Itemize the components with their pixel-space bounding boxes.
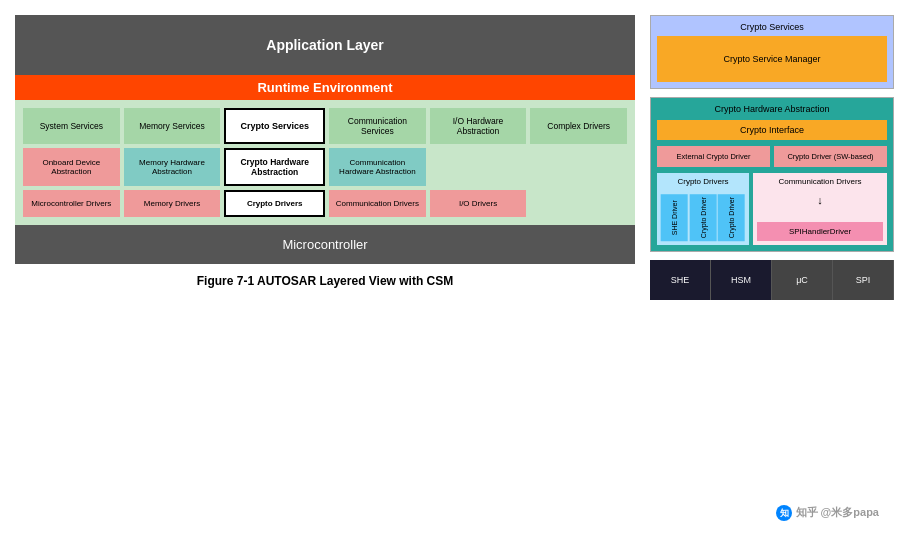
comm-drivers-right-title: Communication Drivers [757,177,883,186]
io-drivers: I/O Drivers [430,190,527,217]
crypto-services: Crypto Services [224,108,325,144]
crypto-driver-sw: Crypto Driver (SW-based) [774,146,887,167]
app-layer-label: Application Layer [266,37,383,53]
arrow-down: ↓ [757,194,883,206]
crypto-driver-1-label: Crypto Driver [700,197,707,238]
crypto-drivers-label: Crypto Drivers [247,199,303,208]
system-services-label: System Services [40,121,103,131]
onboard-label: Onboard Device Abstraction [26,158,117,176]
external-crypto-label: External Crypto Driver [677,152,751,161]
spi-handler: SPIHandlerDriver [757,222,883,241]
right-diagram: Crypto Services Crypto Service Manager C… [650,15,894,300]
sub-empty-2 [530,148,627,186]
hw-uc-label: μC [796,275,808,285]
watermark-text: 知乎 @米多papa [796,506,879,518]
memory-hw-label: Memory Hardware Abstraction [127,158,218,176]
rte-bar: Runtime Environment [15,75,635,100]
crypto-hw-label: Crypto Hardware Abstraction [229,157,320,177]
zhihu-logo: 知 [776,505,792,521]
crypto-drivers: Crypto Drivers [224,190,325,217]
crypto-drivers-col: Crypto Drivers SHE Driver Crypto Driver … [657,173,749,245]
crypto-driver-2-label: Crypto Driver [728,197,735,238]
drivers-row: Microcontroller Drivers Memory Drivers C… [23,190,627,217]
crypto-driver-1: Crypto Driver [690,194,717,241]
io-hw-label: I/O Hardware Abstraction [433,116,524,136]
crypto-services-block: Crypto Services Crypto Service Manager [650,15,894,89]
comm-hw-label: Communication Hardware Abstraction [332,158,423,176]
caption-text: Figure 7-1 AUTOSAR Layered View with CSM [197,274,454,288]
hw-hsm-label: HSM [731,275,751,285]
crypto-service-manager: Crypto Service Manager [657,36,887,82]
io-hw-abstraction: I/O Hardware Abstraction [430,108,527,144]
watermark: 知 知乎 @米多papa [776,505,879,521]
driver-empty [530,190,627,217]
hw-she: SHE [650,260,711,300]
crypto-driver-items: SHE Driver Crypto Driver Crypto Driver [661,194,745,241]
sub-empty-1 [430,148,527,186]
memory-drivers: Memory Drivers [124,190,221,217]
microcontroller-drivers-label: Microcontroller Drivers [31,199,111,208]
crypto-drivers-right-label: Crypto Drivers [677,177,728,186]
crypto-driver-2: Crypto Driver [718,194,745,241]
system-services: System Services [23,108,120,144]
memory-services-label: Memory Services [139,121,205,131]
she-driver: SHE Driver [661,194,688,241]
microcontroller-label: Microcontroller [282,237,367,252]
crypto-hw-abstraction: Crypto Hardware Abstraction [224,148,325,186]
crypto-service-manager-label: Crypto Service Manager [723,54,820,64]
spi-handler-label: SPIHandlerDriver [789,227,851,236]
bottom-hw-row: SHE HSM μC SPI [650,260,894,300]
services-outer: System Services Memory Services Crypto S… [15,100,635,225]
main-container: Application Layer Runtime Environment Sy… [0,0,909,315]
crypto-interface: Crypto Interface [657,120,887,140]
crypto-drivers-right-title: Crypto Drivers [661,177,745,186]
communication-drivers: Communication Drivers [329,190,426,217]
services-top-row: System Services Memory Services Crypto S… [23,108,627,144]
communication-drivers-label: Communication Drivers [336,199,419,208]
microcontroller-bar: Microcontroller [15,225,635,264]
crypto-hw-title-label: Crypto Hardware Abstraction [714,104,829,114]
hw-driver-row: External Crypto Driver Crypto Driver (SW… [657,146,887,167]
onboard-device: Onboard Device Abstraction [23,148,120,186]
communication-services: Communication Services [329,108,426,144]
lower-drivers-row: Crypto Drivers SHE Driver Crypto Driver … [657,173,887,245]
hw-spi: SPI [833,260,894,300]
crypto-services-right-title: Crypto Services [740,22,804,32]
complex-drivers: Complex Drivers [530,108,627,144]
hw-she-label: SHE [671,275,690,285]
memory-services: Memory Services [124,108,221,144]
hw-spi-label: SPI [856,275,871,285]
microcontroller-drivers: Microcontroller Drivers [23,190,120,217]
external-crypto-driver: External Crypto Driver [657,146,770,167]
hw-uc: μC [772,260,833,300]
memory-drivers-label: Memory Drivers [144,199,200,208]
rte-label: Runtime Environment [257,80,392,95]
complex-drivers-label: Complex Drivers [547,121,610,131]
app-layer: Application Layer [15,15,635,75]
comm-drivers-right-label: Communication Drivers [778,177,861,186]
comm-drivers-col: Communication Drivers ↓ SPIHandlerDriver [753,173,887,245]
crypto-services-label: Crypto Services [240,121,309,131]
she-driver-label: SHE Driver [671,200,678,235]
io-drivers-label: I/O Drivers [459,199,497,208]
memory-hw: Memory Hardware Abstraction [124,148,221,186]
crypto-driver-sw-label: Crypto Driver (SW-based) [787,152,873,161]
crypto-services-right-label: Crypto Services [740,22,804,32]
communication-services-label: Communication Services [332,116,423,136]
figure-caption: Figure 7-1 AUTOSAR Layered View with CSM [15,274,635,288]
crypto-hw-title: Crypto Hardware Abstraction [657,104,887,114]
comm-hw: Communication Hardware Abstraction [329,148,426,186]
sub-row: Onboard Device Abstraction Memory Hardwa… [23,148,627,186]
crypto-interface-label: Crypto Interface [740,125,804,135]
crypto-hw-block: Crypto Hardware Abstraction Crypto Inter… [650,97,894,252]
left-diagram: Application Layer Runtime Environment Sy… [15,15,635,300]
hw-hsm: HSM [711,260,772,300]
